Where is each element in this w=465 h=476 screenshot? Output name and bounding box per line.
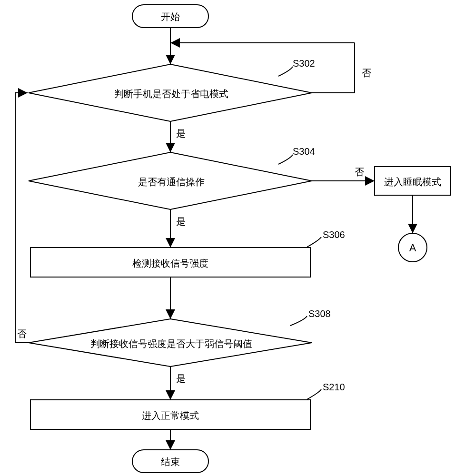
connector-a-text: A — [407, 242, 418, 254]
s304-no-label: 否 — [355, 166, 364, 178]
s304-yes-label: 是 — [176, 215, 186, 228]
s308-yes-label: 是 — [176, 372, 186, 385]
start-label: 开始 — [132, 10, 208, 23]
s302-yes-label: 是 — [176, 127, 186, 140]
s308-no-label: 否 — [17, 327, 27, 340]
step-label-s308: S308 — [308, 308, 331, 319]
s302-no-label: 否 — [362, 67, 371, 79]
step-label-s210: S210 — [323, 382, 345, 393]
end-label: 结束 — [132, 456, 208, 468]
decision-s304-text: 是否有通信操作 — [105, 176, 238, 188]
step-label-s304: S304 — [293, 146, 315, 157]
flowchart-canvas — [0, 0, 465, 476]
step-label-s306: S306 — [323, 229, 345, 240]
process-s210-text: 进入正常模式 — [30, 409, 310, 422]
process-sleep-text: 进入睡眠模式 — [377, 176, 448, 188]
decision-s308-text: 判断接收信号强度是否大于弱信号阈值 — [71, 337, 271, 350]
step-label-s302: S302 — [293, 58, 315, 69]
decision-s302-text: 判断手机是否处于省电模式 — [76, 88, 267, 100]
process-s306-text: 检测接收信号强度 — [30, 257, 310, 270]
